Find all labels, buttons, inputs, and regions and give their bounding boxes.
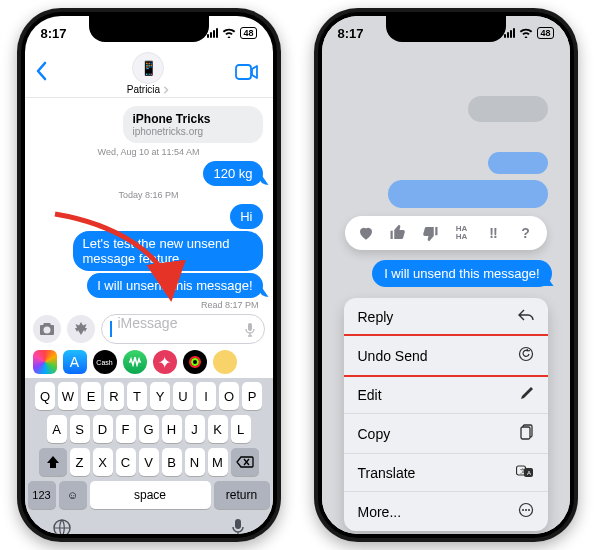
app-cash[interactable]: Cash (93, 350, 117, 374)
phone-left: 8:17 48 📱 Patricia (17, 8, 281, 542)
svg-rect-0 (236, 65, 251, 79)
back-button[interactable] (35, 61, 47, 87)
reaction-emphasis[interactable]: ‼︎ (483, 222, 505, 244)
appstore-button[interactable] (67, 315, 95, 343)
context-menu: Reply Undo Send Edit Copy Transla (344, 298, 548, 531)
space-key[interactable]: space (90, 481, 211, 509)
delete-key[interactable] (231, 448, 259, 476)
svg-point-13 (525, 509, 527, 511)
shift-key[interactable] (39, 448, 67, 476)
app-audio[interactable] (123, 350, 147, 374)
numbers-key[interactable]: 123 (28, 481, 56, 509)
svg-rect-6 (521, 427, 530, 439)
selected-message[interactable]: I will unsend this message! (372, 260, 551, 287)
phone-right: 8:17 48 HA HA ‼︎ ? (314, 8, 578, 542)
status-indicators: 48 (207, 26, 256, 41)
key-o[interactable]: O (219, 382, 239, 410)
emoji-key[interactable]: ☺ (59, 481, 87, 509)
facetime-button[interactable] (235, 64, 259, 84)
menu-undo-send[interactable]: Undo Send (344, 336, 548, 376)
key-f[interactable]: F (116, 415, 136, 443)
menu-reply-label: Reply (358, 309, 394, 325)
menu-reply[interactable]: Reply (344, 298, 548, 336)
app-strip[interactable]: A Cash ✦ (25, 348, 273, 378)
key-e[interactable]: E (81, 382, 101, 410)
key-a[interactable]: A (47, 415, 67, 443)
svg-point-4 (519, 348, 532, 361)
key-l[interactable]: L (231, 415, 251, 443)
key-m[interactable]: M (208, 448, 228, 476)
key-p[interactable]: P (242, 382, 262, 410)
key-y[interactable]: Y (150, 382, 170, 410)
svg-rect-1 (248, 323, 252, 331)
key-n[interactable]: N (185, 448, 205, 476)
reply-icon (518, 308, 534, 325)
menu-copy[interactable]: Copy (344, 414, 548, 454)
svg-text:文: 文 (520, 467, 526, 474)
menu-translate[interactable]: Translate 文A (344, 454, 548, 492)
message-bubble-2[interactable]: Hi (230, 204, 262, 229)
reaction-heart[interactable] (355, 222, 377, 244)
undo-icon (518, 346, 534, 365)
svg-point-2 (54, 520, 70, 534)
key-v[interactable]: V (139, 448, 159, 476)
more-icon (518, 502, 534, 521)
message-bubble-3[interactable]: Let's test the new unsend message featur… (73, 231, 263, 271)
dictate-icon[interactable] (244, 322, 256, 341)
app-find[interactable]: ✦ (153, 350, 177, 374)
key-g[interactable]: G (139, 415, 159, 443)
timestamp-2: Today 8:16 PM (35, 190, 263, 200)
key-u[interactable]: U (173, 382, 193, 410)
return-key[interactable]: return (214, 481, 270, 509)
edit-icon (520, 386, 534, 403)
link-subtitle: iphonetricks.org (133, 126, 253, 137)
key-d[interactable]: D (93, 415, 113, 443)
keyboard[interactable]: QWERTYUIOP ASDFGHJKL ZXCVBNM 123 ☺ space… (25, 378, 273, 534)
message-input[interactable]: iMessage (101, 314, 265, 344)
reaction-question[interactable]: ? (515, 222, 537, 244)
reaction-haha[interactable]: HA HA (451, 222, 473, 244)
blurred-element (488, 152, 548, 174)
translate-icon: 文A (516, 464, 534, 481)
chevron-right-icon (162, 86, 170, 94)
screen-right: 8:17 48 HA HA ‼︎ ? (322, 16, 570, 534)
menu-copy-label: Copy (358, 426, 391, 442)
key-w[interactable]: W (58, 382, 78, 410)
link-preview[interactable]: iPhone Tricks iphonetricks.org (123, 106, 263, 143)
key-b[interactable]: B (162, 448, 182, 476)
app-activity[interactable] (183, 350, 207, 374)
menu-more[interactable]: More... (344, 492, 548, 531)
key-h[interactable]: H (162, 415, 182, 443)
menu-edit-label: Edit (358, 387, 382, 403)
key-r[interactable]: R (104, 382, 124, 410)
key-q[interactable]: Q (35, 382, 55, 410)
battery-icon: 48 (240, 27, 256, 39)
menu-translate-label: Translate (358, 465, 416, 481)
message-bubble-1[interactable]: 120 kg (203, 161, 262, 186)
contact-chip[interactable]: 📱 Patricia (127, 52, 170, 95)
message-bubble-4[interactable]: I will unsend this message! (87, 273, 262, 298)
app-memoji[interactable] (213, 350, 237, 374)
key-z[interactable]: Z (70, 448, 90, 476)
battery-icon: 48 (537, 27, 553, 39)
key-k[interactable]: K (208, 415, 228, 443)
key-t[interactable]: T (127, 382, 147, 410)
nav-header: 📱 Patricia (25, 50, 273, 98)
svg-rect-3 (235, 519, 241, 529)
reaction-thumbs-up[interactable] (387, 222, 409, 244)
key-i[interactable]: I (196, 382, 216, 410)
key-s[interactable]: S (70, 415, 90, 443)
key-x[interactable]: X (93, 448, 113, 476)
app-store[interactable]: A (63, 350, 87, 374)
key-c[interactable]: C (116, 448, 136, 476)
globe-key[interactable] (52, 518, 72, 534)
reaction-thumbs-down[interactable] (419, 222, 441, 244)
avatar-icon: 📱 (132, 52, 164, 84)
menu-edit[interactable]: Edit (344, 376, 548, 414)
app-photos[interactable] (33, 350, 57, 374)
key-j[interactable]: J (185, 415, 205, 443)
mic-key[interactable] (230, 518, 246, 534)
camera-button[interactable] (33, 315, 61, 343)
cellular-icon (504, 28, 515, 38)
copy-icon (520, 424, 534, 443)
